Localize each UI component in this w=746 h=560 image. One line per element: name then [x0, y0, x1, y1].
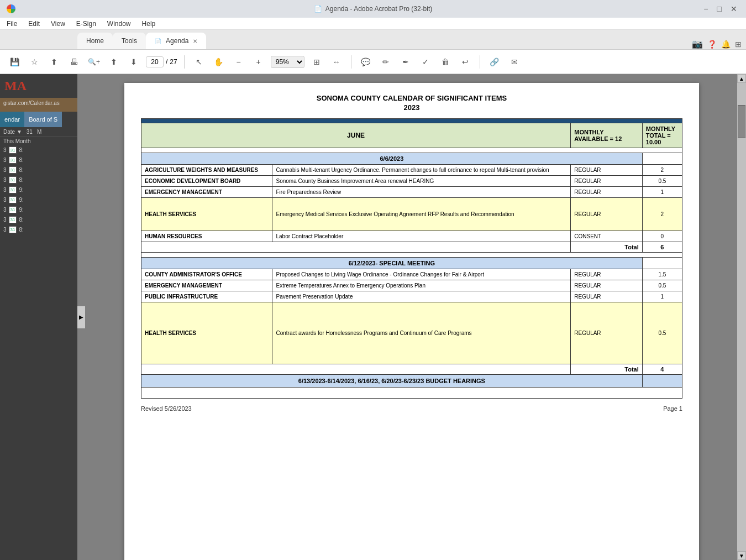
- menu-window[interactable]: Window: [105, 19, 133, 29]
- pdf-document-title: SONOMA COUNTY CALENDAR OF SIGNIFICANT IT…: [141, 94, 682, 102]
- month-header-cell: JUNE: [141, 123, 571, 148]
- dept-cell: AGRICULTURE WEIGHTS AND MEASURES: [141, 165, 272, 176]
- table-row: HUMAN RESOURCES Labor Contract Placehold…: [141, 231, 682, 242]
- table-row: HEALTH SERVICES Emergency Medical Servic…: [141, 198, 682, 231]
- desc-cell: Cannabis Multi-tenant Urgency Ordinance.…: [272, 165, 571, 176]
- table-row: HEALTH SERVICES Contract awards for Home…: [141, 302, 682, 364]
- table-row: AGRICULTURE WEIGHTS AND MEASURES Cannabi…: [141, 165, 682, 176]
- desc-cell: Contract awards for Homelessness Program…: [272, 302, 571, 364]
- upload-button[interactable]: ⬆: [46, 54, 62, 70]
- zoom-plus-button[interactable]: +: [251, 54, 266, 70]
- menu-view[interactable]: View: [49, 19, 67, 29]
- menu-file[interactable]: File: [4, 19, 19, 29]
- hand-tool-button[interactable]: ✋: [211, 54, 227, 70]
- pdf-page: SONOMA COUNTY CALENDAR OF SIGNIFICANT IT…: [124, 83, 699, 560]
- sidebar-tab-calendar[interactable]: endar: [0, 112, 24, 127]
- sidebar-logo: MA: [0, 74, 77, 98]
- link-button[interactable]: 🔗: [487, 54, 502, 70]
- menu-esign[interactable]: E-Sign: [74, 19, 98, 29]
- window-controls: [7, 4, 15, 13]
- new-tab-icon[interactable]: 📷: [692, 39, 703, 49]
- zoom-in-button[interactable]: 🔍+: [86, 54, 102, 70]
- notification-icon[interactable]: 🔔: [721, 40, 731, 49]
- print-button[interactable]: 🖶: [66, 54, 82, 70]
- hours-cell: 0: [642, 231, 682, 242]
- desc-cell: Proposed Changes to Living Wage Ordinanc…: [272, 269, 571, 280]
- scroll-thumb[interactable]: [738, 105, 745, 138]
- left-sidebar: MA gistar.com/Calendar.as endar Board of…: [0, 74, 77, 560]
- current-page-input[interactable]: [146, 56, 164, 67]
- comment-button[interactable]: 💬: [358, 54, 374, 70]
- table-row: [141, 119, 682, 123]
- tab-agenda-label: Agenda: [166, 37, 188, 45]
- tab-home[interactable]: Home: [77, 33, 113, 49]
- fit-width-button[interactable]: ↔: [329, 54, 344, 70]
- list-item: 3318:: [0, 225, 77, 234]
- zoom-select[interactable]: 95% 75% 100% 125% 150%: [271, 56, 304, 68]
- help-icon[interactable]: ❓: [707, 40, 717, 49]
- apps-icon[interactable]: ⊞: [735, 40, 742, 49]
- google-chrome-logo: [7, 4, 15, 13]
- list-item: 3318:: [0, 145, 77, 155]
- tab-tools-label: Tools: [122, 37, 137, 45]
- maximize-button[interactable]: □: [715, 3, 724, 14]
- table-row: Total 6: [141, 242, 682, 253]
- scroll-track[interactable]: [737, 83, 746, 551]
- mail-button[interactable]: ✉: [507, 54, 522, 70]
- pdf-viewer: ▶ SONOMA COUNTY CALENDAR OF SIGNIFICANT …: [77, 74, 746, 560]
- hours-cell: 0.5: [642, 280, 682, 291]
- pdf-footer: Revised 5/26/2023 Page 1: [141, 405, 682, 412]
- minimize-button[interactable]: −: [701, 3, 710, 14]
- list-item: 3319:: [0, 205, 77, 214]
- page-number-control: / 27: [146, 56, 177, 67]
- page-separator: /: [166, 58, 167, 66]
- total-label: Total: [571, 242, 643, 253]
- collapse-sidebar-button[interactable]: ▶: [77, 306, 85, 328]
- cal-column-header: 31: [27, 129, 33, 135]
- tab-agenda[interactable]: 📄 Agenda ✕: [146, 33, 206, 49]
- undo-button[interactable]: ↩: [458, 54, 473, 70]
- table-row: [141, 253, 682, 258]
- table-row: [141, 388, 682, 399]
- menu-edit[interactable]: Edit: [26, 19, 42, 29]
- dept-cell: PUBLIC INFRASTRUCTURE: [141, 291, 272, 302]
- select-tool-button[interactable]: ↖: [191, 54, 207, 70]
- list-item: 3318:: [0, 165, 77, 175]
- monthly-available-cell: MONTHLY AVAILABLE = 12: [571, 123, 643, 148]
- pdf-scroll-area[interactable]: SONOMA COUNTY CALENDAR OF SIGNIFICANT IT…: [77, 74, 746, 560]
- dept-cell: HUMAN RESOURCES: [141, 231, 272, 242]
- fit-page-button[interactable]: ⊞: [309, 54, 324, 70]
- scroll-up-button[interactable]: ▲: [737, 74, 746, 83]
- bookmark-button[interactable]: ☆: [27, 54, 42, 70]
- close-button[interactable]: ✕: [728, 3, 739, 14]
- revised-date: Revised 5/26/2023: [141, 405, 192, 412]
- window-right-controls[interactable]: − □ ✕: [701, 3, 739, 14]
- hours-cell: 1: [642, 187, 682, 198]
- sidebar-url: gistar.com/Calendar.as: [0, 98, 77, 112]
- menu-help[interactable]: Help: [140, 19, 158, 29]
- budget-hearings-row: 6/13/2023-6/14/2023, 6/16/23, 6/20/23-6/…: [141, 375, 682, 388]
- page-number: Page 1: [663, 405, 682, 412]
- tab-close-button[interactable]: ✕: [193, 38, 197, 44]
- zoom-minus-button[interactable]: −: [231, 54, 246, 70]
- scroll-down-button[interactable]: ▼: [737, 551, 746, 560]
- type-cell: REGULAR: [571, 187, 643, 198]
- total-pages: 27: [170, 58, 177, 66]
- desc-cell: Extreme Temperatures Annex to Emergency …: [272, 280, 571, 291]
- main-table: JUNE MONTHLY AVAILABLE = 12 MONTHLY TOTA…: [141, 118, 682, 399]
- tab-tools[interactable]: Tools: [113, 33, 146, 49]
- save-button[interactable]: 💾: [7, 54, 22, 70]
- prev-page-button[interactable]: ⬆: [106, 54, 122, 70]
- sidebar-tab-board[interactable]: Board of S: [24, 112, 62, 127]
- window-title-bar: 📄 Agenda - Adobe Acrobat Pro (32-bit) − …: [0, 0, 746, 18]
- stamp-button[interactable]: ✓: [418, 54, 433, 70]
- delete-button[interactable]: 🗑: [438, 54, 453, 70]
- dept-cell: HEALTH SERVICES: [141, 302, 272, 364]
- zoom-control: 95% 75% 100% 125% 150%: [271, 56, 304, 68]
- hours-cell: 0.5: [642, 176, 682, 187]
- hours-cell: 2: [642, 198, 682, 231]
- next-page-button[interactable]: ⬇: [126, 54, 141, 70]
- pen-button[interactable]: ✏: [378, 54, 393, 70]
- hours-cell: 2: [642, 165, 682, 176]
- markup-button[interactable]: ✒: [398, 54, 413, 70]
